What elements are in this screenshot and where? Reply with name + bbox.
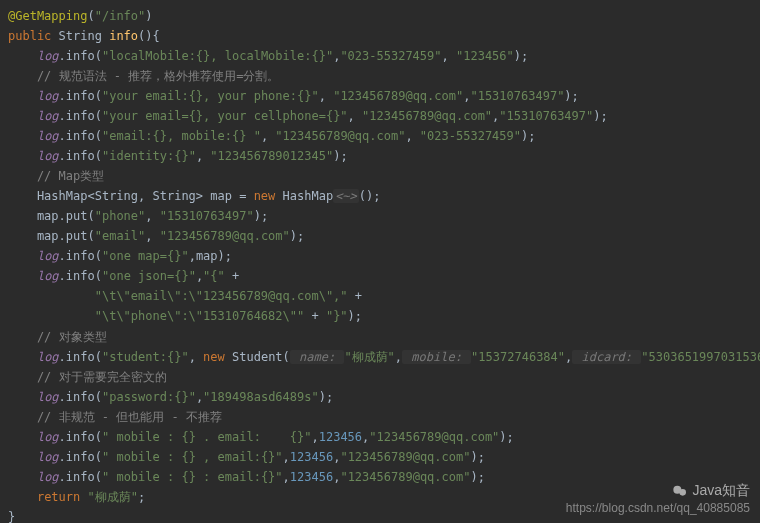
hint-name: name: (290, 350, 345, 364)
close-brace: } (8, 510, 15, 523)
keyword-public: public (8, 29, 59, 43)
svg-point-1 (680, 489, 687, 496)
annotation: @GetMapping (8, 9, 87, 23)
paren: (){ (138, 29, 160, 43)
comment: // 非规范 - 但也能用 - 不推荐 (8, 410, 222, 424)
log-ref: log (37, 49, 59, 63)
hint-mobile: mobile: (402, 350, 471, 364)
blog-url: https://blog.csdn.net/qq_40885085 (566, 500, 750, 517)
keyword-return: return (37, 490, 88, 504)
wechat-icon (672, 483, 688, 499)
comment: // Map类型 (8, 169, 104, 183)
method-name: info (109, 29, 138, 43)
brand-text: Java知音 (692, 482, 750, 498)
comment: // 对于需要完全密文的 (8, 370, 167, 384)
type-hint: <~> (333, 189, 359, 203)
comment: // 对象类型 (8, 330, 107, 344)
type-string: String (59, 29, 110, 43)
mapping-path: "/info" (95, 9, 146, 23)
code-block: @GetMapping("/info") public String info(… (0, 0, 760, 523)
hint-idcard: idcard: (572, 350, 641, 364)
comment: // 规范语法 - 推荐，格外推荐使用=分割。 (8, 69, 279, 83)
watermark: Java知音 https://blog.csdn.net/qq_40885085 (566, 481, 750, 517)
